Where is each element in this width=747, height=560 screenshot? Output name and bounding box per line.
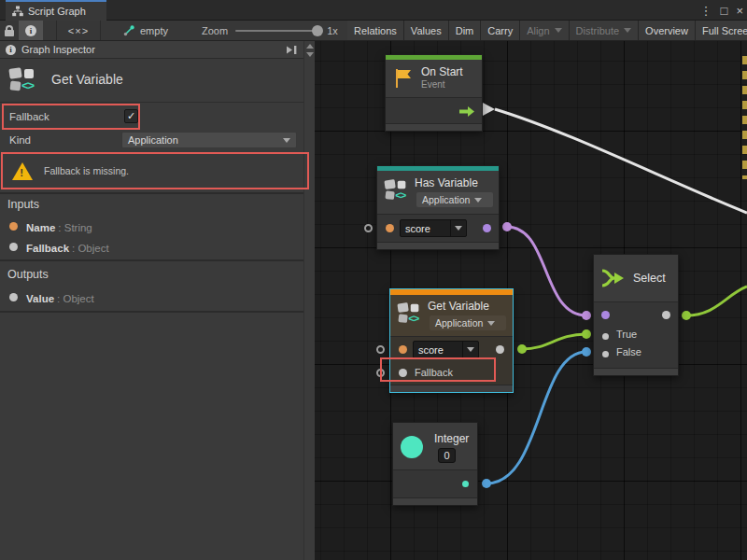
wire-endpoint	[682, 311, 691, 320]
node-footer	[390, 385, 513, 392]
wire-endpoint	[482, 479, 491, 488]
kind-field-row: Kind Application	[0, 132, 303, 150]
integer-value-field[interactable]: 0	[438, 448, 456, 463]
lock-icon	[5, 25, 14, 36]
node-on-start[interactable]: On Start Event	[385, 54, 483, 132]
distribute-button[interactable]: Distribute	[570, 21, 638, 40]
variable-name-dropdown[interactable]	[450, 220, 466, 236]
node-title: Integer	[434, 432, 469, 445]
flow-output-port[interactable]	[459, 106, 474, 117]
variables-icon: <×>	[68, 25, 89, 36]
dim-button[interactable]: Dim	[449, 21, 481, 40]
bool-output-port[interactable]	[483, 224, 491, 232]
variable-kind-value: Application	[422, 194, 470, 205]
warning-text: Fallback is missing.	[44, 165, 129, 176]
get-variable-icon: <>	[9, 67, 37, 93]
wire-hasvariable-select[interactable]	[507, 227, 586, 315]
info-icon: i	[25, 25, 36, 36]
tab-script-graph[interactable]: Script Graph	[6, 0, 106, 21]
variable-name-field[interactable]: score	[413, 341, 479, 358]
input-row-fallback: Fallback: Object	[0, 239, 303, 255]
node-has-variable[interactable]: <> Has Variable Application score	[376, 165, 500, 250]
align-button[interactable]: Align	[520, 21, 568, 40]
name-input-port[interactable]	[386, 224, 394, 232]
kind-dropdown[interactable]: Application	[121, 132, 297, 148]
null-check-port[interactable]	[376, 345, 385, 354]
graph-breadcrumb[interactable]: empty	[123, 21, 168, 40]
graph-canvas[interactable]: On Start Event <> Has Variable	[315, 41, 747, 560]
scroll-down-icon[interactable]	[306, 52, 314, 57]
integer-output-port[interactable]	[462, 481, 469, 487]
blackboard-button[interactable]: <×>	[56, 21, 101, 40]
fallback-checkbox[interactable]: ✓	[124, 109, 138, 123]
wire-layer	[315, 41, 747, 560]
node-title: Has Variable	[415, 176, 478, 189]
overview-button[interactable]: Overview	[639, 21, 695, 40]
inspector-scrollbar[interactable]	[303, 41, 315, 560]
name-input-port[interactable]	[399, 345, 407, 354]
scroll-up-icon[interactable]	[306, 44, 314, 49]
close-icon[interactable]: ×	[736, 5, 743, 17]
lock-button[interactable]	[0, 21, 19, 40]
chevron-down-icon	[624, 28, 631, 33]
variable-name-dropdown[interactable]	[462, 342, 478, 357]
node-integer[interactable]: Integer 0	[392, 422, 478, 506]
wire-endpoint	[582, 329, 591, 339]
carry-button[interactable]: Carry	[481, 21, 519, 40]
true-input-port[interactable]	[602, 333, 609, 340]
inspector-header[interactable]: i Graph Inspector	[0, 41, 303, 59]
node-select[interactable]: Select True False	[593, 254, 679, 376]
variable-kind-dropdown[interactable]: Application	[416, 192, 493, 207]
variable-icon: <>	[398, 302, 422, 325]
wire-control-onstart[interactable]	[495, 109, 747, 213]
variable-name-field[interactable]: score	[400, 219, 467, 237]
graph-title-label: empty	[140, 25, 168, 36]
fallback-field-row: Fallback ✓	[0, 106, 303, 129]
condition-input-port[interactable]	[601, 311, 610, 319]
node-title: Select	[633, 272, 666, 285]
dock-panel-icon[interactable]	[286, 45, 298, 55]
variable-kind-dropdown[interactable]: Application	[430, 315, 506, 330]
window-controls: ⋮ □ ×	[700, 0, 743, 21]
variable-kind-value: Application	[435, 317, 483, 329]
menu-icon[interactable]: ⋮	[700, 5, 712, 17]
full-screen-button[interactable]: Full Screen	[696, 21, 747, 40]
chevron-down-icon	[455, 226, 462, 231]
fallback-input-port[interactable]	[399, 369, 407, 377]
graph-inspector-panel: i Graph Inspector <> Get Variable Fallba…	[0, 41, 315, 560]
selection-output-port[interactable]	[662, 311, 670, 319]
node-footer	[594, 368, 678, 375]
kind-dropdown-value: Application	[128, 134, 283, 146]
maximize-icon[interactable]: □	[721, 5, 728, 17]
toolbar-button-row: Relations Values Dim Carry Align Distrib…	[347, 21, 747, 40]
nest-graph-icon	[123, 24, 135, 36]
zoom-value: 1x	[327, 25, 338, 36]
offscreen-group-edge	[742, 56, 747, 179]
string-port-icon	[9, 222, 18, 231]
false-input-port[interactable]	[602, 351, 609, 357]
wire-select-out[interactable]	[686, 287, 747, 315]
script-graph-window: Script Graph ⋮ □ × i <×> empty Zoom	[0, 0, 747, 560]
inputs-header: Inputs	[7, 198, 39, 211]
null-check-port[interactable]	[364, 224, 373, 232]
value-output-port[interactable]	[496, 345, 504, 354]
true-port-label: True	[616, 329, 637, 340]
warning-icon: !	[12, 162, 33, 180]
integer-icon	[401, 436, 423, 458]
null-check-port[interactable]	[376, 369, 385, 377]
inspector-title: Graph Inspector	[21, 44, 280, 55]
wire-getvariable-select[interactable]	[522, 334, 586, 349]
values-button[interactable]: Values	[404, 21, 448, 40]
node-subtitle: Event	[421, 79, 445, 90]
relations-button[interactable]: Relations	[347, 21, 403, 40]
inspector-toggle-button[interactable]: i	[19, 21, 43, 40]
zoom-slider[interactable]	[235, 30, 319, 32]
inspected-unit-title: Get Variable	[51, 72, 123, 87]
node-get-variable[interactable]: <> Get Variable Application score	[389, 288, 514, 393]
tab-label: Script Graph	[28, 6, 86, 17]
output-row-value: Value: Object	[0, 289, 303, 305]
zoom-slider-handle[interactable]	[312, 25, 323, 36]
chevron-down-icon	[487, 321, 495, 326]
divider	[0, 259, 303, 261]
object-port-icon	[9, 293, 18, 301]
